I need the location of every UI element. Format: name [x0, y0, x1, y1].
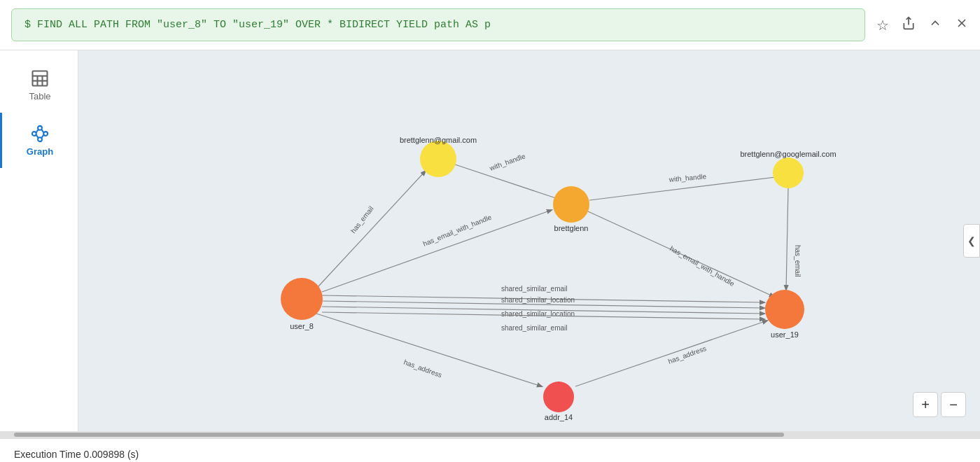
collapse-button[interactable]: ❮	[963, 224, 980, 258]
zoom-controls: + −	[913, 392, 966, 417]
edge-label-similar-email-2: shared_similar_email	[501, 324, 567, 332]
scrollbar-area[interactable]	[0, 431, 980, 438]
main-area: Table Graph	[0, 50, 980, 431]
share-icon[interactable]	[902, 16, 916, 34]
edge-label-has-email-1: has_email	[349, 205, 375, 235]
sidebar-item-table[interactable]: Table	[0, 57, 78, 113]
edge-label-similar-loc-2: shared_similar_location	[501, 310, 575, 318]
zoom-out-button[interactable]: −	[941, 392, 966, 417]
query-display: $ FIND ALL PATH FROM "user_8" TO "user_1…	[11, 8, 865, 41]
svg-line-12	[41, 130, 44, 133]
node-label-brettglenn-google: brettglenn@googlemail.com	[740, 150, 836, 158]
edge-label-has-email-2: has_email	[794, 245, 802, 277]
node-brettglenn-google[interactable]	[773, 158, 804, 188]
zoom-in-button[interactable]: +	[913, 392, 938, 417]
svg-line-11	[36, 130, 38, 133]
node-label-addr14: addr_14	[545, 413, 573, 421]
edge-label-similar-loc-1: shared_similar_location	[501, 296, 575, 304]
node-addr14[interactable]	[543, 382, 574, 412]
edge-label-has-address-1: has_address	[402, 358, 443, 379]
edge-has-email-2	[786, 188, 788, 290]
edge-label-has-email-handle-2: has_email_with_handle	[668, 244, 736, 288]
execution-time: Execution Time 0.009898 (s)	[14, 449, 139, 460]
edge-label-with-handle-2: with_handle	[668, 172, 707, 183]
top-bar: $ FIND ALL PATH FROM "user_8" TO "user_1…	[0, 0, 980, 50]
sidebar-label-graph: Graph	[27, 146, 53, 157]
edge-label-has-address-2: has_address	[667, 344, 708, 365]
svg-point-10	[38, 137, 42, 141]
edge-label-has-email-handle-1: has_email_with_handle	[422, 213, 493, 248]
sidebar: Table Graph	[0, 50, 78, 431]
edge-has-address-2	[575, 321, 767, 386]
edge-label-with-handle-1: with_handle	[488, 152, 526, 172]
graph-icon	[30, 124, 50, 144]
star-icon[interactable]: ☆	[876, 17, 889, 34]
node-label-brettglenn-gmail: brettglenn@gmail.com	[400, 136, 477, 144]
bottom-bar: Execution Time 0.009898 (s)	[0, 438, 980, 462]
node-user8[interactable]	[281, 278, 323, 320]
svg-rect-2	[33, 71, 48, 86]
edge-label-similar-email-1: shared_similar_email	[501, 285, 567, 293]
table-icon	[30, 69, 50, 88]
svg-line-14	[36, 134, 38, 138]
svg-line-13	[41, 134, 44, 138]
edge-has-email-1	[318, 171, 426, 287]
node-label-user19: user_19	[771, 330, 799, 339]
sidebar-label-table: Table	[29, 91, 50, 102]
node-label-user8: user_8	[290, 322, 314, 330]
node-user19[interactable]	[765, 290, 804, 329]
graph-svg: with_handle with_handle has_email has_em…	[78, 50, 980, 431]
collapse-up-icon[interactable]	[928, 16, 942, 34]
node-brettglenn-gmail[interactable]	[420, 141, 456, 177]
node-brettglenn[interactable]	[553, 186, 589, 223]
close-icon[interactable]	[955, 16, 969, 34]
sidebar-item-graph[interactable]: Graph	[0, 113, 78, 168]
scrollbar-thumb[interactable]	[14, 433, 784, 437]
node-label-brettglenn: brettglenn	[554, 224, 589, 232]
collapse-chevron-icon: ❮	[967, 235, 976, 246]
graph-container: with_handle with_handle has_email has_em…	[78, 50, 980, 431]
svg-point-8	[38, 126, 42, 130]
top-actions: ☆	[876, 16, 969, 34]
